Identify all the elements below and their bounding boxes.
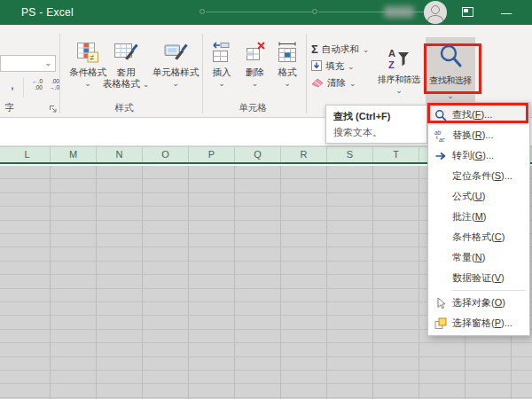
chevron-down-icon: ⌄ — [349, 79, 356, 88]
column-header-L[interactable]: L — [4, 147, 51, 162]
conditional-formatting-icon: ≠ — [76, 37, 99, 66]
find-icon — [434, 109, 448, 121]
menu-item-label: 批注(M) — [452, 210, 487, 223]
menu-item-find[interactable]: 查找(F)... — [428, 105, 529, 125]
format-as-table-icon — [113, 37, 138, 66]
column-header-M[interactable]: M — [51, 147, 97, 162]
chevron-down-icon: ⌄ — [348, 62, 355, 71]
excel-window: PS - Excel — ⌄ , ←.0 .00 .00 →.0 字 — [0, 0, 532, 399]
increase-decimal-button[interactable]: ←.0 .00 — [27, 78, 43, 90]
menu-item-goto[interactable]: 转到(G)... — [428, 145, 529, 166]
column-header-S[interactable]: S — [327, 147, 373, 162]
sigma-icon: Σ — [311, 43, 318, 56]
eraser-icon — [311, 75, 324, 91]
menu-item-label: 选择窗格(P)... — [452, 317, 512, 330]
find-select-menu: 查找(F)...abac替换(R)...转到(G)...定位条件(S)...公式… — [427, 102, 530, 336]
find-select-button[interactable]: 查找和选择 ⌄ — [426, 37, 475, 107]
decrease-decimal-button[interactable]: .00 →.0 — [44, 78, 59, 90]
avatar-person-icon — [431, 5, 440, 14]
menu-item-label: 数据验证(V) — [452, 271, 505, 285]
format-cells-icon — [276, 37, 299, 66]
svg-text:ab: ab — [434, 129, 442, 136]
insert-cells-icon — [211, 37, 232, 66]
column-header-O[interactable]: O — [143, 147, 189, 162]
menu-item-goto-special[interactable]: 定位条件(S)... — [428, 166, 529, 186]
menu-item-label: 转到(G)... — [452, 149, 494, 162]
menu-item-selection-pane[interactable]: 选择窗格(P)... — [428, 313, 529, 333]
title-bar: PS - Excel — — [0, 0, 532, 25]
dialog-launcher-icon[interactable] — [49, 105, 58, 113]
chevron-down-icon: ⌄ — [447, 91, 454, 100]
magnifier-icon — [437, 37, 464, 74]
maximize-button[interactable] — [462, 7, 473, 17]
chevron-down-icon: ⌄ — [84, 79, 91, 88]
svg-text:A: A — [388, 48, 395, 59]
find-tooltip: 查找 (Ctrl+F) 搜索文本。 — [325, 105, 427, 144]
chevron-down-icon: ⌄ — [44, 59, 51, 67]
autosum-button[interactable]: Σ 自动求和 ⌄ — [311, 41, 377, 58]
menu-item-comments[interactable]: 批注(M) — [428, 207, 529, 227]
cells-group-label: 单元格 — [217, 102, 288, 114]
select-objects-icon — [434, 297, 448, 309]
sort-filter-button[interactable]: A Z 排序和筛选 ⌄ — [373, 44, 425, 113]
svg-text:≠: ≠ — [90, 53, 95, 62]
blank-icon — [434, 191, 448, 203]
column-header-R[interactable]: R — [281, 147, 327, 162]
menu-item-label: 定位条件(S)... — [452, 169, 512, 183]
number-format-dropdown[interactable]: ⌄ — [0, 55, 56, 72]
column-header-T[interactable]: T — [373, 147, 419, 162]
column-header-N[interactable]: N — [97, 147, 143, 162]
minimize-button[interactable]: — — [501, 8, 512, 19]
number-group-label: 字 — [2, 102, 18, 114]
selection-pane-icon — [434, 317, 448, 330]
chevron-down-icon: ⌄ — [172, 79, 179, 88]
menu-item-label: 常量(N) — [452, 251, 485, 264]
svg-text:Z: Z — [388, 59, 395, 70]
chevron-down-icon: ⌄ — [363, 45, 370, 54]
comma-style-button[interactable]: , — [4, 76, 21, 96]
blank-icon — [434, 272, 448, 285]
styles-group-label: 样式 — [89, 102, 160, 114]
chevron-down-icon: ⌄ — [284, 79, 291, 88]
user-name-blurred — [384, 6, 414, 18]
delete-cells-icon — [245, 37, 266, 66]
menu-item-constants[interactable]: 常量(N) — [428, 247, 529, 268]
menu-item-label: 替换(R)... — [452, 129, 493, 142]
goto-icon — [434, 150, 448, 162]
blank-icon — [434, 252, 448, 264]
fill-icon — [311, 59, 322, 74]
menu-item-label: 查找(F)... — [452, 108, 492, 121]
menu-item-conditional-formatting[interactable]: 条件格式(C) — [428, 227, 529, 247]
chevron-down-icon: ⌄ — [252, 79, 259, 88]
window-title: PS - Excel — [21, 6, 74, 19]
sort-filter-icon: A Z — [387, 44, 411, 74]
column-header-P[interactable]: P — [189, 147, 235, 162]
replace-icon: abac — [434, 129, 448, 142]
cell-styles-icon — [163, 37, 188, 66]
editing-stack: Σ 自动求和 ⌄ 填充 ⌄ — [311, 41, 377, 91]
blank-icon — [434, 170, 448, 183]
menu-item-label: 条件格式(C) — [452, 231, 505, 244]
column-header-Q[interactable]: Q — [235, 147, 281, 162]
menu-item-data-validation[interactable]: 数据验证(V) — [428, 268, 529, 288]
user-avatar[interactable] — [424, 1, 447, 24]
clear-button[interactable]: 清除 ⌄ — [311, 74, 377, 91]
tooltip-title: 查找 (Ctrl+F) — [333, 110, 419, 122]
menu-item-select-objects[interactable]: 选择对象(O) — [428, 293, 529, 313]
blank-icon — [434, 231, 448, 244]
menu-separator — [451, 290, 526, 291]
menu-item-label: 选择对象(O) — [452, 296, 505, 309]
svg-text:ac: ac — [439, 136, 446, 142]
menu-item-label: 公式(U) — [452, 190, 485, 203]
blank-icon — [434, 211, 448, 223]
chevron-down-icon: ⌄ — [395, 86, 403, 95]
chevron-down-icon: ⌄ — [143, 80, 150, 89]
menu-item-replace[interactable]: abac替换(R)... — [428, 125, 529, 145]
tooltip-description: 搜索文本。 — [333, 126, 419, 138]
chevron-down-icon: ⌄ — [218, 79, 225, 88]
fill-button[interactable]: 填充 ⌄ — [311, 58, 377, 74]
menu-item-formulas[interactable]: 公式(U) — [428, 186, 529, 207]
